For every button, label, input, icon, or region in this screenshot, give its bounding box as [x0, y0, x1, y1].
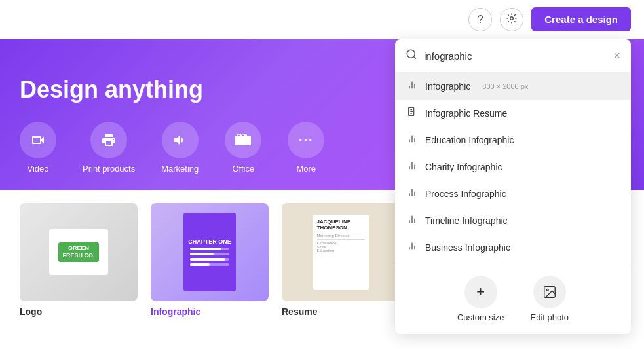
- custom-size-icon: +: [464, 276, 497, 308]
- office-icon: [225, 122, 261, 158]
- infographic-bar-3: [190, 258, 229, 261]
- infographic-card-title: CHAPTER ONE: [188, 238, 231, 245]
- result-text-5: Process Infographic: [425, 189, 506, 199]
- logo-badge: GREEN FRESH CO.: [58, 242, 98, 262]
- resume-card-wrapper: JACQUELINETHOMPSON Marketing Director Ex…: [282, 203, 400, 336]
- result-text-3: Education Infographic: [425, 135, 514, 145]
- search-result-infographic-resume[interactable]: Infographic Resume: [395, 100, 631, 126]
- infographic-inner: CHAPTER ONE: [183, 213, 236, 291]
- edit-photo-icon: [533, 276, 566, 308]
- resume-card[interactable]: JACQUELINETHOMPSON Marketing Director Ex…: [282, 203, 400, 301]
- category-office-label: Office: [232, 164, 254, 174]
- result-text-6: Timeline Infographic: [425, 215, 508, 226]
- search-input-value[interactable]: infographic: [424, 50, 607, 62]
- search-result-timeline[interactable]: Timeline Infographic: [395, 207, 631, 234]
- search-footer: + Custom size Edit photo: [395, 265, 631, 327]
- edit-photo-label: Edit photo: [530, 312, 569, 322]
- category-more[interactable]: ··· More: [288, 122, 324, 174]
- svg-point-0: [510, 16, 514, 20]
- infographic-bar-4: [190, 263, 229, 266]
- bar-chart-icon-1: [407, 80, 417, 92]
- resume-divider-2: [317, 239, 365, 240]
- search-close-button[interactable]: ×: [613, 49, 620, 63]
- search-result-business[interactable]: Business Infographic: [395, 234, 631, 261]
- category-video[interactable]: Video: [20, 122, 56, 174]
- help-icon: ?: [478, 14, 483, 26]
- settings-button[interactable]: [500, 8, 523, 31]
- bar-chart-icon-2: [407, 134, 417, 146]
- resume-details: Marketing Director: [317, 234, 365, 238]
- video-icon: [20, 122, 56, 158]
- print-icon: [90, 122, 127, 158]
- resume-divider: [317, 232, 365, 232]
- search-results-list: Infographic 800 × 2000 px Infographic Re…: [395, 73, 631, 261]
- logo-inner: GREEN FRESH CO.: [49, 229, 108, 275]
- custom-size-action[interactable]: + Custom size: [457, 276, 504, 322]
- document-icon-1: [407, 107, 417, 119]
- search-result-education[interactable]: Education Infographic: [395, 126, 631, 153]
- more-icon: ···: [288, 122, 324, 158]
- create-design-button[interactable]: Create a design: [531, 7, 631, 31]
- category-marketing[interactable]: Marketing: [161, 122, 199, 174]
- edit-photo-action[interactable]: Edit photo: [530, 276, 569, 322]
- result-text-2: Infographic Resume: [425, 108, 507, 119]
- result-badge-1: 800 × 2000 px: [482, 83, 528, 90]
- infographic-label: Infographic: [151, 306, 269, 317]
- result-text-7: Business Infographic: [425, 242, 510, 253]
- svg-point-1: [407, 50, 415, 58]
- category-print-products[interactable]: Print products: [83, 122, 135, 174]
- bar-chart-icon-3: [407, 160, 417, 173]
- search-result-process[interactable]: Process Infographic: [395, 180, 631, 207]
- search-bar: infographic ×: [395, 39, 631, 73]
- header: ? Create a design: [0, 0, 644, 39]
- svg-line-2: [413, 56, 415, 58]
- infographic-card-wrapper: CHAPTER ONE Infographic: [151, 203, 269, 336]
- resume-name: JACQUELINETHOMPSON: [317, 219, 365, 230]
- search-dropdown: infographic × Infographic 800 × 2000 px …: [395, 39, 631, 334]
- bar-chart-icon-4: [407, 187, 417, 200]
- result-text-4: Charity Infographic: [425, 162, 502, 172]
- resume-inner: JACQUELINETHOMPSON Marketing Director Ex…: [313, 215, 369, 290]
- settings-icon: [506, 12, 518, 27]
- help-button[interactable]: ?: [468, 8, 492, 31]
- result-text-1: Infographic: [425, 81, 470, 92]
- logo-card-wrapper: GREEN FRESH CO. Logo: [20, 203, 138, 336]
- resume-body: ExperienceSkillsEducation: [317, 241, 365, 253]
- search-icon: [406, 48, 417, 63]
- logo-card[interactable]: GREEN FRESH CO.: [20, 203, 138, 301]
- category-more-label: More: [296, 164, 316, 174]
- search-result-infographic[interactable]: Infographic 800 × 2000 px: [395, 73, 631, 100]
- resume-label: Resume: [282, 306, 400, 317]
- svg-point-26: [546, 289, 548, 291]
- infographic-card[interactable]: CHAPTER ONE: [151, 203, 269, 301]
- category-print-label: Print products: [83, 164, 135, 174]
- category-marketing-label: Marketing: [161, 164, 199, 174]
- category-office[interactable]: Office: [225, 122, 261, 174]
- infographic-bar-2: [190, 253, 229, 255]
- logo-label: Logo: [20, 306, 138, 317]
- marketing-icon: [162, 122, 199, 158]
- bar-chart-icon-6: [407, 241, 417, 253]
- category-video-label: Video: [27, 164, 48, 174]
- bar-chart-icon-5: [407, 214, 417, 227]
- infographic-bar-1: [190, 248, 229, 250]
- search-result-charity[interactable]: Charity Infographic: [395, 153, 631, 180]
- custom-size-label: Custom size: [457, 312, 504, 322]
